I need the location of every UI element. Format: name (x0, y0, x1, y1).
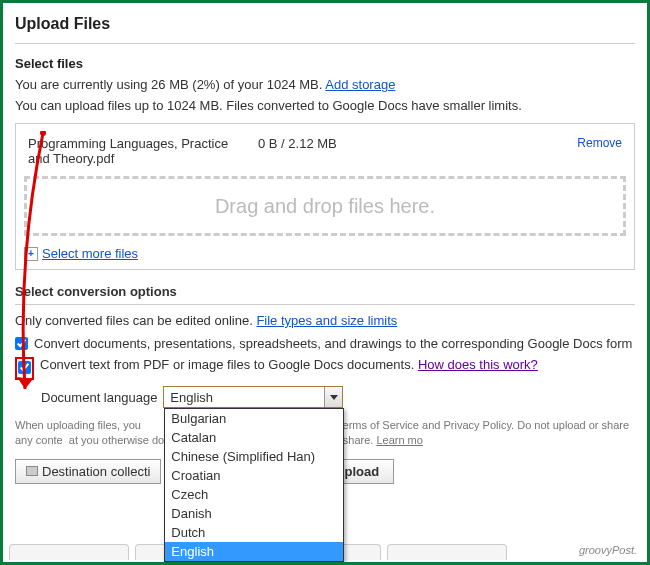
learn-more-link[interactable]: Learn mo (376, 434, 422, 446)
file-progress: 0 B / 2.12 MB (258, 136, 398, 151)
storage-usage-line: You are currently using 26 MB (2%) of yo… (15, 77, 635, 92)
chevron-down-icon[interactable] (324, 387, 342, 407)
remove-file-link[interactable]: Remove (577, 136, 622, 150)
tab-placeholder[interactable] (387, 544, 507, 560)
language-option[interactable]: Croatian (165, 466, 343, 485)
only-converted-line: Only converted files can be edited onlin… (15, 313, 635, 328)
file-row: Programming Languages, Practice and Theo… (24, 132, 626, 176)
language-option[interactable]: Catalan (165, 428, 343, 447)
highlight-box (15, 357, 34, 380)
language-option[interactable]: Chinese (Simplified Han) (165, 447, 343, 466)
convert-docs-label: Convert documents, presentations, spread… (34, 336, 632, 351)
add-storage-link[interactable]: Add storage (325, 77, 395, 92)
file-panel: Programming Languages, Practice and Theo… (15, 123, 635, 270)
language-selected-value: English (164, 390, 324, 405)
document-language-label: Document language (41, 390, 157, 405)
convert-pdf-checkbox[interactable] (18, 361, 31, 374)
page-title: Upload Files (15, 15, 635, 44)
select-files-heading: Select files (15, 56, 635, 71)
watermark: groovyPost. (579, 544, 637, 556)
file-types-link[interactable]: File types and size limits (256, 313, 397, 328)
conversion-heading: Select conversion options (15, 284, 635, 305)
select-more-files[interactable]: + Select more files (24, 246, 626, 261)
plus-icon: + (24, 247, 38, 261)
drop-zone[interactable]: Drag and drop files here. (24, 176, 626, 236)
language-option[interactable]: Danish (165, 504, 343, 523)
convert-pdf-label: Convert text from PDF or image files to … (40, 357, 418, 372)
language-option[interactable]: Dutch (165, 523, 343, 542)
language-dropdown[interactable]: BulgarianCatalanChinese (Simplified Han)… (164, 408, 344, 562)
destination-collection-button[interactable]: Destination collecti (15, 459, 161, 484)
language-select[interactable]: English BulgarianCatalanChinese (Simplif… (163, 386, 343, 408)
select-more-files-link[interactable]: Select more files (42, 246, 138, 261)
file-name: Programming Languages, Practice and Theo… (28, 136, 258, 166)
language-option[interactable]: English (165, 542, 343, 561)
how-does-this-work-link[interactable]: How does this work? (418, 357, 538, 372)
tab-placeholder[interactable] (9, 544, 129, 560)
upload-limit-text: You can upload files up to 1024 MB. File… (15, 98, 635, 113)
language-option[interactable]: Bulgarian (165, 409, 343, 428)
folder-icon (26, 466, 38, 476)
language-option[interactable]: Czech (165, 485, 343, 504)
convert-docs-checkbox[interactable] (15, 337, 28, 350)
